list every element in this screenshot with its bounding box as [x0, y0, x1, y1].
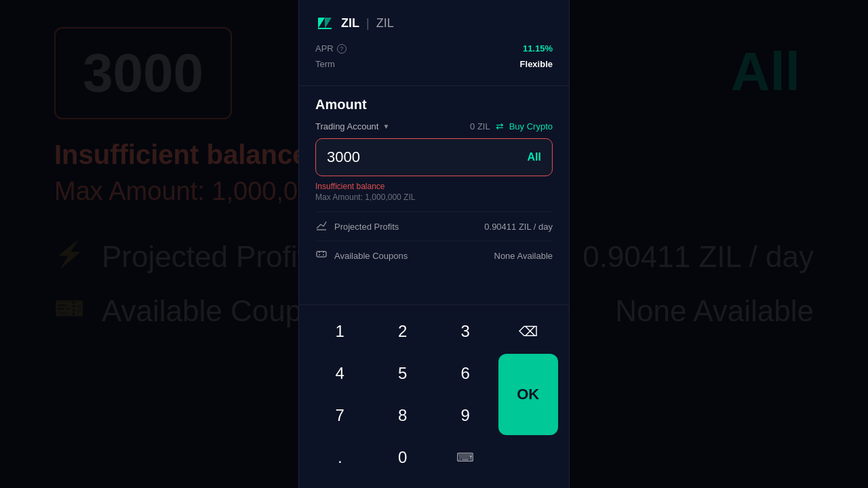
- chevron-down-icon: ▼: [382, 123, 389, 130]
- buy-crypto-link[interactable]: Buy Crypto: [509, 121, 553, 131]
- modal-header: ZIL | ZIL APR ? 11.15% Term Flexible: [299, 0, 569, 86]
- amount-section: Amount Trading Account ▼ 0 ZIL ⇄ Buy Cry…: [299, 86, 569, 304]
- svg-line-5: [323, 222, 326, 226]
- swap-icon: ⇄: [496, 121, 504, 131]
- available-coupons-label: Available Coupons: [334, 251, 408, 261]
- amount-input-value: 3000: [327, 148, 360, 166]
- balance-zil: 0 ZIL: [470, 121, 490, 131]
- coin-ticker: ZIL: [376, 16, 394, 30]
- modal-panel: ZIL | ZIL APR ? 11.15% Term Flexible Amo…: [298, 0, 570, 488]
- coupons-icon: [315, 248, 328, 263]
- projected-profits-icon: [315, 219, 328, 234]
- projected-profits-row: Projected Profits 0.90411 ZIL / day: [315, 211, 553, 241]
- error-message: Insufficient balance: [315, 182, 553, 191]
- apr-label: APR ?: [315, 43, 347, 54]
- apr-row: APR ? 11.15%: [315, 43, 553, 54]
- amount-title: Amount: [315, 97, 553, 113]
- svg-rect-7: [317, 251, 326, 257]
- apr-value: 11.15%: [523, 43, 553, 54]
- coin-title-row: ZIL | ZIL: [315, 14, 553, 33]
- svg-marker-1: [325, 18, 332, 28]
- numpad-grid: 1 2 3 ⌫ 4 5 6 OK 7 8 9 . 0 ⌨: [310, 312, 558, 477]
- numpad-key-9[interactable]: 9: [435, 396, 496, 435]
- balance-row: 0 ZIL ⇄ Buy Crypto: [470, 121, 553, 131]
- numpad-key-3[interactable]: 3: [435, 312, 496, 351]
- numpad-key-4[interactable]: 4: [310, 354, 370, 393]
- max-amount-text: Max Amount: 1,000,000 ZIL: [315, 192, 553, 202]
- numpad-key-1[interactable]: 1: [310, 312, 370, 351]
- account-label: Trading Account: [315, 121, 378, 131]
- numpad-key-2[interactable]: 2: [373, 312, 433, 351]
- numpad-key-7[interactable]: 7: [310, 396, 370, 435]
- ok-button[interactable]: OK: [498, 354, 559, 435]
- numpad-key-6[interactable]: 6: [435, 354, 496, 393]
- numpad-key-5[interactable]: 5: [373, 354, 433, 393]
- numpad: 1 2 3 ⌫ 4 5 6 OK 7 8 9 . 0 ⌨: [299, 304, 569, 488]
- available-coupons-value: None Available: [494, 251, 553, 261]
- pipe-divider: |: [366, 16, 370, 30]
- term-label: Term: [315, 59, 335, 69]
- account-row: Trading Account ▼ 0 ZIL ⇄ Buy Crypto: [315, 121, 553, 131]
- zil-logo-icon: [315, 14, 334, 33]
- all-button[interactable]: All: [528, 151, 541, 163]
- keyboard-icon: ⌨: [456, 450, 474, 465]
- term-value: Flexible: [520, 59, 553, 69]
- backspace-icon: ⌫: [519, 323, 538, 340]
- coin-name: ZIL: [341, 16, 359, 30]
- available-coupons-row: Available Coupons None Available: [315, 241, 553, 270]
- svg-line-3: [317, 224, 321, 228]
- apr-info-icon: ?: [337, 44, 347, 54]
- term-row: Term Flexible: [315, 59, 553, 69]
- amount-input-wrapper[interactable]: 3000 All: [315, 138, 553, 176]
- numpad-key-0[interactable]: 0: [373, 438, 433, 477]
- account-selector[interactable]: Trading Account ▼: [315, 121, 389, 131]
- projected-profits-label: Projected Profits: [334, 222, 399, 232]
- projected-profits-value: 0.90411 ZIL / day: [484, 222, 553, 232]
- numpad-key-8[interactable]: 8: [373, 396, 433, 435]
- numpad-keyboard-button[interactable]: ⌨: [435, 438, 496, 477]
- numpad-key-decimal[interactable]: .: [310, 438, 370, 477]
- svg-marker-0: [318, 18, 325, 28]
- numpad-backspace-button[interactable]: ⌫: [498, 312, 559, 351]
